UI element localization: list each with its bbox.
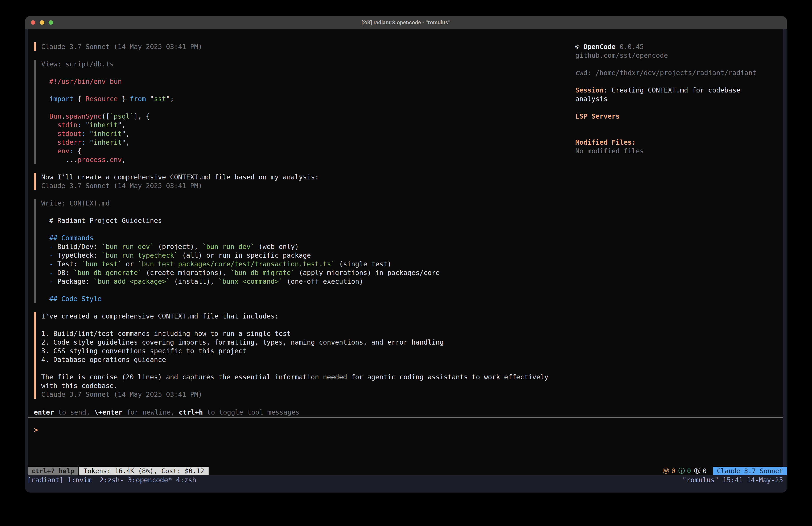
text-segment: { — [74, 147, 82, 155]
text-segment: `bun db generate` — [74, 269, 142, 276]
hint-icon: ⓗ — [694, 467, 700, 475]
text-segment: ## Commands — [41, 234, 93, 242]
text-segment: (apply migrations) in packages/core — [295, 269, 440, 276]
text-segment: `bun add <package>` — [93, 278, 170, 285]
text-segment: Claude 3.7 Sonnet (14 May 2025 03:41 PM) — [41, 43, 202, 51]
text-segment: View: script/db.ts — [41, 60, 114, 68]
message-input[interactable]: > — [34, 426, 769, 466]
text-segment: from — [130, 95, 146, 103]
text-segment: # Radiant Project Guidelines — [41, 217, 162, 225]
terminal-line: - TypeCheck: `bun run typecheck` (all) o… — [41, 251, 548, 260]
text-segment — [41, 243, 49, 251]
terminal-line: Claude 3.7 Sonnet (14 May 2025 03:41 PM) — [41, 390, 548, 399]
text-segment: inherit — [93, 130, 122, 138]
text-segment: : — [82, 130, 86, 138]
zoom-button-icon[interactable] — [48, 20, 53, 25]
text-segment: `psql` — [110, 112, 134, 120]
text-segment: 4. Database operations guidance — [41, 356, 166, 364]
assistant-message-header: Claude 3.7 Sonnet (14 May 2025 03:41 PM) — [34, 42, 548, 51]
window-title: [2/3] radiant:3:opencode - "romulus" — [25, 19, 787, 26]
sidebar: © OpenCode 0.0.45github.com/sst/opencode… — [575, 42, 767, 155]
titlebar[interactable]: [2/3] radiant:3:opencode - "romulus" — [25, 16, 787, 29]
input-hints: enter to send, \+enter for newline, ctrl… — [34, 408, 300, 416]
terminal-line — [575, 60, 767, 68]
text-segment: 1. Build/lint/test commands including ho… — [41, 330, 291, 338]
terminal-right-padding — [783, 29, 787, 493]
minimize-button-icon[interactable] — [40, 20, 44, 25]
terminal-line — [41, 321, 548, 329]
text-segment: : — [77, 121, 82, 129]
terminal-line — [575, 103, 767, 112]
text-segment: Now I'll create a comprehensive CONTEXT.… — [41, 173, 319, 181]
text-segment: #!/usr/bin/env bun — [41, 77, 122, 85]
warning-count: 0 — [671, 467, 675, 475]
text-segment: 3. CSS styling conventions specific to t… — [41, 347, 246, 355]
tmux-session-windows[interactable]: [radiant] 1:nvim 2:zsh- 3:opencode* 4:zs… — [27, 475, 196, 485]
info-icon: ⓘ — [678, 467, 685, 475]
terminal-line — [575, 129, 767, 138]
terminal-line: Now I'll create a comprehensive CONTEXT.… — [41, 173, 548, 182]
text-segment: . — [106, 156, 110, 164]
text-segment: for newline, — [122, 408, 179, 416]
terminal-line: import { Resource } from "sst"; — [41, 95, 548, 103]
terminal-line: stdout: "inherit", — [41, 129, 548, 138]
text-segment: . — [61, 112, 65, 120]
text-segment: " — [146, 95, 154, 103]
status-spacer — [208, 467, 663, 475]
terminal-line: LSP Servers — [575, 112, 767, 120]
text-segment: - — [49, 260, 53, 268]
terminal-line: github.com/sst/opencode — [575, 51, 767, 60]
terminal-line — [41, 208, 548, 216]
text-segment: stdin — [57, 121, 77, 129]
terminal-line: - DB: `bun db generate` (create migratio… — [41, 268, 548, 277]
text-segment — [41, 130, 57, 138]
window-controls — [31, 16, 53, 29]
terminal-line: 1. Build/lint/test commands including ho… — [41, 329, 548, 338]
text-segment: I've created a comprehensive CONTEXT.md … — [41, 312, 279, 320]
terminal-line: Bun.spawnSync([`psql`], { — [41, 112, 548, 120]
text-segment: - — [49, 243, 53, 251]
tmux-host-time: "romulus" 15:41 14-May-25 — [682, 475, 783, 485]
text-segment — [41, 138, 57, 146]
text-segment: github.com/sst/opencode — [575, 52, 668, 59]
terminal-line: No modified files — [575, 147, 767, 155]
text-segment: No modified files — [575, 147, 644, 155]
terminal-line: Write: CONTEXT.md — [41, 199, 548, 208]
text-segment: : — [69, 147, 73, 155]
text-segment: Package: — [53, 278, 93, 285]
text-segment: - — [49, 278, 53, 285]
text-segment: cwd: /home/thdxr/dev/projects/radiant/ra… — [575, 69, 756, 77]
terminal-line — [575, 120, 767, 129]
hint-count: 0 — [703, 467, 707, 475]
text-segment: ## Code Style — [41, 295, 102, 303]
text-segment: 0.0.45 — [616, 43, 644, 51]
text-segment — [41, 112, 49, 120]
terminal-line: View: script/db.ts — [41, 60, 548, 68]
text-segment — [41, 121, 57, 129]
text-segment: The file is concise (20 lines) and captu… — [41, 373, 548, 381]
terminal-line: - Build/Dev: `bun run dev` (project), `b… — [41, 242, 548, 251]
text-segment: stdout — [57, 130, 81, 138]
text-segment — [41, 147, 57, 155]
text-segment: enter — [34, 408, 54, 416]
text-segment: (all) or run in specific package — [178, 252, 311, 259]
text-segment: Resource — [86, 95, 118, 103]
terminal-line: Modified Files: — [575, 138, 767, 147]
terminal-line — [41, 286, 548, 295]
tmux-status-bar: [radiant] 1:nvim 2:zsh- 3:opencode* 4:zs… — [25, 475, 787, 493]
text-segment: `bun run dev` — [202, 243, 255, 251]
text-segment: 2. Code style guidelines covering import… — [41, 338, 444, 346]
terminal-line — [575, 77, 767, 86]
text-segment: import — [49, 95, 73, 103]
text-segment: (install), — [170, 278, 218, 285]
text-segment: Claude 3.7 Sonnet (14 May 2025 03:41 PM) — [41, 182, 202, 190]
text-segment: `bun test packages/core/test/transaction… — [138, 260, 335, 268]
text-segment: - — [49, 269, 53, 276]
text-segment: inherit — [93, 138, 122, 146]
close-button-icon[interactable] — [31, 20, 35, 25]
lsp-diagnostics: ⓦ 0 ⓘ 0 ⓗ 0 — [663, 467, 707, 475]
text-segment: " — [86, 130, 93, 138]
text-segment: " — [86, 138, 93, 146]
text-segment — [41, 252, 49, 259]
terminal-line: with this codebase. — [41, 381, 548, 390]
